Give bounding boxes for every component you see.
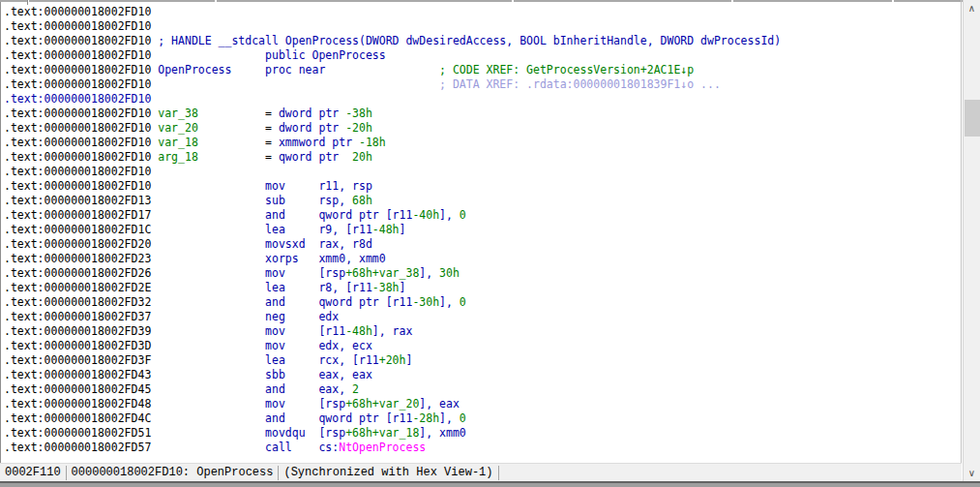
spacing [198, 136, 265, 149]
listing-line[interactable]: .text:000000018002FD10 arg_18 = qword pt… [4, 150, 959, 165]
code-segment: mov [265, 266, 285, 280]
spacing [285, 208, 319, 222]
code-segment: movsxd [265, 237, 306, 251]
code-segment: qword ptr [r11 [318, 208, 412, 222]
status-cell-1: 000000018002FD10: OpenProcess [67, 466, 280, 480]
code-segment: [rsp [318, 397, 345, 411]
listing-line[interactable]: .text:000000018002FD23 xorps xmm0, xmm0 [4, 252, 959, 266]
listing-line[interactable]: .text:000000018002FD57 call cs:NtOpenPro… [4, 441, 959, 455]
spacing [231, 63, 265, 76]
code-segment: xorps [265, 252, 299, 265]
code-segment: .text:000000018002FD57 [4, 441, 151, 454]
scrollbar-thumb[interactable] [965, 100, 980, 137]
code-segment: 0 [460, 295, 466, 309]
code-segment: [r11 [318, 324, 345, 338]
listing-line[interactable]: .text:000000018002FD20 movsxd rax, r8d [4, 237, 959, 252]
listing-line[interactable]: .text:000000018002FD1C lea r9, [r11-48h] [4, 223, 959, 237]
listing-line[interactable]: .text:000000018002FD10 [4, 165, 959, 179]
code-segment: ], [419, 266, 439, 280]
spacing [285, 194, 319, 207]
code-segment: r9, [r11 [318, 223, 371, 236]
code-segment: -18h [359, 136, 386, 149]
listing-line[interactable]: .text:000000018002FD4C and qword ptr [r1… [4, 411, 959, 426]
code-segment: .text:000000018002FD20 [4, 237, 151, 251]
spacing [151, 382, 265, 396]
spacing [306, 237, 319, 251]
spacing [285, 339, 319, 352]
scrollbar-down-arrow-icon[interactable]: ∨ [964, 465, 980, 481]
spacing [306, 426, 319, 440]
window-border-left [0, 2, 1, 463]
listing-line[interactable]: .text:000000018002FD10 public OpenProces… [4, 48, 959, 63]
spacing [285, 223, 319, 236]
code-segment: sub [265, 194, 285, 207]
code-segment: 68h [352, 194, 372, 207]
code-segment: .text:000000018002FD10 [4, 19, 151, 33]
listing-line[interactable]: .text:000000018002FD10 mov r11, rsp [4, 179, 959, 194]
code-segment: qword ptr [279, 150, 352, 164]
scrollbar-up-arrow-icon[interactable]: ∧ [964, 0, 980, 16]
listing-line[interactable]: .text:000000018002FD39 mov [r11-48h], ra… [4, 324, 959, 339]
listing-line[interactable]: .text:000000018002FD10 var_20 = dword pt… [4, 121, 959, 136]
code-segment: ] [400, 223, 406, 236]
listing-line[interactable]: .text:000000018002FD10 ; DATA XREF: .rda… [4, 77, 959, 92]
listing-line[interactable]: .text:000000018002FD10 var_38 = dword pt… [4, 107, 959, 121]
spacing [151, 237, 265, 251]
spacing [285, 382, 319, 396]
listing-line[interactable]: .text:000000018002FD10 ; HANDLE __stdcal… [4, 34, 959, 48]
code-segment: = [265, 150, 279, 164]
code-segment: -30h [412, 295, 439, 309]
spacing [285, 179, 319, 193]
code-segment: +68h+var_20 [345, 397, 419, 411]
listing-line[interactable]: .text:000000018002FD37 neg edx [4, 310, 959, 324]
code-segment: and [265, 382, 285, 396]
code-segment: and [265, 411, 285, 425]
listing-line[interactable]: .text:000000018002FD10 [4, 19, 959, 34]
code-segment: rcx, [r11 [318, 353, 378, 367]
listing-line[interactable]: .text:000000018002FD3D mov edx, ecx [4, 339, 959, 353]
status-cell-0: 0002F110 [0, 466, 67, 480]
code-segment: mov [265, 397, 285, 411]
listing-line[interactable]: .text:000000018002FD10 [4, 5, 959, 19]
spacing [151, 324, 265, 338]
listing-line[interactable]: .text:000000018002FD13 sub rsp, 68h [4, 194, 959, 208]
listing-line[interactable]: .text:000000018002FD17 and qword ptr [r1… [4, 208, 959, 223]
code-segment: lea [265, 353, 285, 367]
vertical-scrollbar[interactable]: ∧ ∨ [963, 0, 980, 481]
spacing [151, 295, 265, 309]
listing-line[interactable]: .text:000000018002FD10 OpenProcess proc … [4, 63, 959, 77]
code-segment: .text:000000018002FD10 [4, 34, 151, 47]
code-segment: ], eax [419, 397, 460, 411]
listing-line[interactable]: .text:000000018002FD3F lea rcx, [r11+20h… [4, 353, 959, 368]
listing-line[interactable]: .text:000000018002FD32 and qword ptr [r1… [4, 295, 959, 310]
listing-line[interactable]: .text:000000018002FD2E lea r8, [r11-38h] [4, 281, 959, 295]
disassembly-listing[interactable]: .text:000000018002FD10.text:000000018002… [4, 5, 959, 458]
code-segment: .text:000000018002FD26 [4, 266, 151, 280]
spacing [151, 353, 265, 367]
code-segment: NtOpenProcess [339, 441, 426, 454]
spacing [151, 281, 265, 294]
listing-line[interactable]: .text:000000018002FD43 sbb eax, eax [4, 368, 959, 382]
code-segment: dword ptr [279, 121, 345, 135]
code-segment: proc near [265, 63, 325, 76]
listing-line[interactable]: .text:000000018002FD51 movdqu [rsp+68h+v… [4, 426, 959, 441]
spacing [151, 426, 265, 440]
code-segment: public OpenProcess [265, 48, 386, 62]
code-segment: 2 [352, 382, 359, 396]
spacing [198, 107, 265, 120]
code-segment: lea [265, 223, 285, 236]
code-segment: -38h [345, 107, 372, 120]
code-segment: = [265, 121, 279, 135]
tab-separator [512, 0, 514, 2]
docked-window-edge [0, 481, 980, 487]
listing-line[interactable]: .text:000000018002FD48 mov [rsp+68h+var_… [4, 397, 959, 411]
code-segment: ] [405, 353, 412, 367]
listing-line[interactable]: .text:000000018002FD26 mov [rsp+68h+var_… [4, 266, 959, 281]
code-segment: .text:000000018002FD10 [4, 5, 151, 18]
listing-line[interactable]: .text:000000018002FD45 and eax, 2 [4, 382, 959, 397]
tab-bar-edge [0, 0, 980, 2]
listing-line[interactable]: .text:000000018002FD10 [4, 92, 959, 107]
listing-line[interactable]: .text:000000018002FD10 var_18 = xmmword … [4, 136, 959, 150]
code-segment: = [265, 136, 279, 149]
code-segment: .text:000000018002FD10 [4, 63, 151, 76]
